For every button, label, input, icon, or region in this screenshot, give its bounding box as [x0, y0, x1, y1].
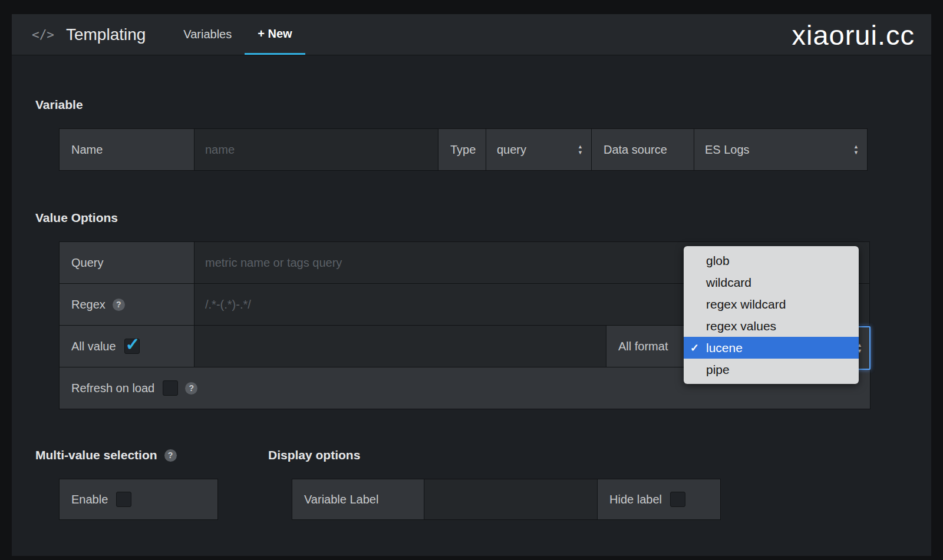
variable-label-text: Variable Label	[304, 493, 378, 506]
value-options-heading-text: Value Options	[35, 211, 118, 225]
all-value-input-cell	[194, 325, 606, 367]
datasource-label-text: Data source	[604, 143, 667, 157]
all-format-label: All format	[606, 325, 694, 367]
display-options-heading: Display options	[268, 448, 721, 462]
datasource-select[interactable]: ES Logs ▲▼	[694, 128, 868, 171]
dropdown-option-pipe[interactable]: pipe	[684, 359, 859, 380]
dropdown-option-label: pipe	[706, 363, 730, 377]
check-icon: ✓	[690, 342, 699, 354]
hide-label: Hide label ✓	[597, 479, 721, 520]
all-value-input[interactable]	[194, 326, 606, 367]
dropdown-option-label: lucene	[706, 341, 743, 355]
bottom-section: Multi-value selection ? Enable ✓ Display…	[35, 448, 908, 520]
all-format-label-text: All format	[618, 340, 668, 353]
help-icon[interactable]: ?	[164, 449, 177, 462]
dropdown-option-glob[interactable]: glob	[684, 250, 859, 271]
display-options-column: Display options Variable Label Hide labe…	[268, 448, 721, 520]
dropdown-option-regex-wildcard[interactable]: regex wildcard	[684, 293, 859, 315]
datasource-select-value: ES Logs	[705, 143, 750, 157]
enable-label-text: Enable	[71, 493, 108, 506]
enable-row: Enable ✓	[59, 479, 268, 520]
all-value-checkbox[interactable]: ✓	[124, 339, 140, 354]
variable-row: Name Type query ▲▼ Data source ES Logs ▲…	[59, 128, 908, 171]
variable-heading: Variable	[35, 98, 908, 112]
check-icon: ✓	[126, 334, 140, 354]
dropdown-option-lucene[interactable]: ✓ lucene	[684, 337, 859, 359]
variable-heading-text: Variable	[35, 98, 83, 112]
dropdown-option-wildcard[interactable]: wildcard	[684, 271, 859, 293]
name-label: Name	[59, 128, 194, 171]
multi-value-column: Multi-value selection ? Enable ✓	[35, 448, 268, 520]
dropdown-option-label: regex wildcard	[706, 297, 786, 312]
all-value-label-text: All value	[71, 340, 116, 353]
dropdown-option-label: wildcard	[706, 276, 751, 290]
format-dropdown-popup: glob wildcard regex wildcard regex value…	[684, 246, 859, 384]
help-icon[interactable]: ?	[113, 299, 125, 311]
multi-value-heading-text: Multi-value selection	[35, 448, 157, 462]
query-label: Query	[59, 241, 194, 284]
code-icon: </>	[32, 28, 54, 42]
stepper-icon: ▲▼	[853, 145, 859, 155]
variable-label-label: Variable Label	[292, 479, 424, 520]
type-select[interactable]: query ▲▼	[486, 128, 592, 171]
page-title: Templating	[66, 25, 146, 44]
help-icon[interactable]: ?	[185, 382, 197, 395]
all-value-label: All value ✓	[59, 325, 194, 367]
enable-label: Enable ✓	[59, 479, 218, 520]
regex-label: Regex ?	[59, 283, 194, 326]
dropdown-option-label: regex values	[706, 319, 776, 333]
hide-label-text: Hide label	[609, 493, 662, 506]
type-label: Type	[438, 128, 486, 171]
variable-label-input-cell	[424, 479, 598, 520]
type-select-value: query	[497, 143, 526, 157]
variable-label-input[interactable]	[424, 479, 597, 519]
multi-value-heading: Multi-value selection ?	[35, 448, 268, 462]
templating-page: </> Templating Variables + New xiaorui.c…	[12, 14, 931, 556]
query-label-text: Query	[71, 256, 103, 270]
dropdown-option-label: glob	[706, 254, 730, 268]
regex-label-text: Regex	[71, 298, 105, 312]
datasource-label: Data source	[591, 128, 694, 171]
stepper-icon: ▲▼	[578, 145, 583, 155]
type-label-text: Type	[450, 143, 476, 157]
name-label-text: Name	[71, 143, 103, 157]
name-input[interactable]	[194, 129, 438, 170]
hide-label-checkbox[interactable]: ✓	[670, 492, 685, 507]
enable-checkbox[interactable]: ✓	[116, 492, 131, 507]
refresh-checkbox[interactable]: ✓	[163, 380, 178, 396]
dropdown-option-regex-values[interactable]: regex values	[684, 315, 859, 337]
refresh-label-text: Refresh on load	[71, 382, 154, 395]
name-input-cell	[194, 128, 438, 171]
tab-new[interactable]: + New	[245, 14, 305, 55]
display-options-heading-text: Display options	[268, 448, 360, 462]
watermark-text: xiaorui.cc	[792, 18, 915, 51]
tabs: Variables + New	[170, 14, 305, 55]
value-options-heading: Value Options	[35, 211, 908, 225]
tab-variables[interactable]: Variables	[170, 14, 245, 55]
display-options-row: Variable Label Hide label ✓	[292, 479, 721, 520]
header-bar: </> Templating Variables + New xiaorui.c…	[12, 14, 931, 55]
